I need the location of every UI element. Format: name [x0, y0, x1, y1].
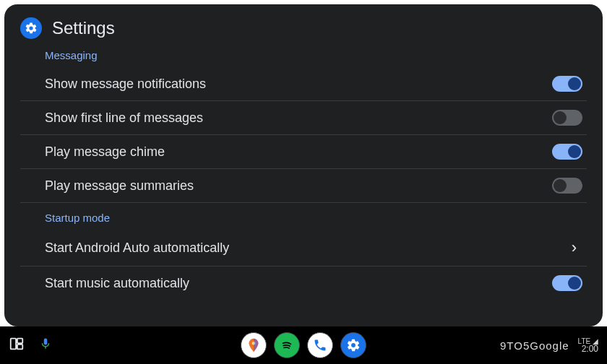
toggle-show-message-notifications[interactable] [552, 76, 582, 92]
row-label: Show message notifications [45, 77, 206, 92]
row-play-summaries[interactable]: Play message summaries [20, 169, 587, 203]
toggle-show-first-line[interactable] [552, 110, 582, 126]
svg-rect-1 [17, 339, 22, 343]
gear-icon [20, 17, 42, 39]
watermark: 9TO5Google [500, 339, 569, 352]
apps-grid-icon[interactable] [9, 336, 25, 355]
header: Settings [20, 17, 587, 39]
app-shortcut-spotify[interactable] [274, 332, 300, 358]
row-label: Show first line of messages [45, 110, 203, 126]
row-label: Start music automatically [45, 276, 189, 291]
row-show-message-notifications[interactable]: Show message notifications [20, 67, 587, 101]
status-area: LTE ◢ 2:00 [578, 338, 598, 352]
row-start-music[interactable]: Start music automatically [20, 266, 587, 300]
app-shortcut-maps[interactable] [241, 332, 267, 358]
app-dock [241, 332, 366, 358]
row-label: Play message summaries [45, 178, 194, 194]
svg-rect-0 [11, 339, 16, 350]
app-shortcut-phone[interactable] [307, 332, 333, 358]
microphone-icon[interactable] [39, 337, 52, 353]
svg-rect-2 [17, 344, 22, 349]
row-play-chime[interactable]: Play message chime [20, 135, 587, 169]
row-label: Start Android Auto automatically [45, 240, 229, 256]
page-title: Settings [52, 18, 115, 38]
section-header-startup: Startup mode [45, 212, 587, 224]
app-shortcut-settings[interactable] [340, 332, 366, 358]
row-label: Play message chime [45, 144, 165, 160]
section-header-messaging: Messaging [45, 49, 587, 61]
chevron-right-icon: › [572, 238, 582, 257]
bottombar: 9TO5Google LTE ◢ 2:00 [0, 326, 607, 364]
toggle-play-chime[interactable] [552, 144, 582, 160]
row-start-android-auto[interactable]: Start Android Auto automatically › [20, 230, 587, 266]
toggle-play-summaries[interactable] [552, 178, 582, 194]
toggle-start-music[interactable] [552, 275, 582, 291]
status-time: 2:00 [578, 345, 598, 352]
settings-window: Settings Messaging Show message notifica… [4, 4, 603, 326]
row-show-first-line[interactable]: Show first line of messages [20, 101, 587, 135]
